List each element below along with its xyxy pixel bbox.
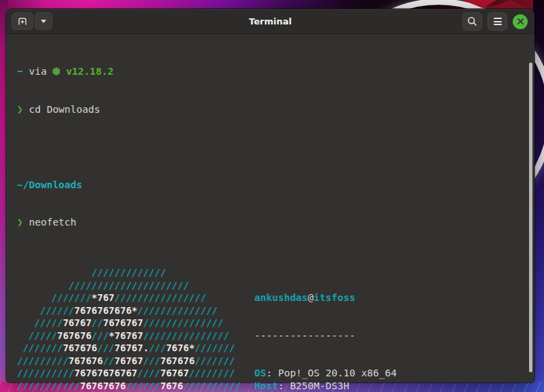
via-word: via xyxy=(29,66,46,77)
desktop: { "window": { "title": "Terminal", "left… xyxy=(0,0,544,392)
terminal-window: Terminal ~ via v12.18.2 ❯ cd Downloads xyxy=(6,9,534,382)
titlebar[interactable]: Terminal xyxy=(6,9,534,34)
search-icon xyxy=(467,16,477,26)
menu-icon xyxy=(494,18,502,25)
neofetch-ascii-art: ///////////// ///////////////////// ////… xyxy=(17,266,254,392)
blank-line xyxy=(17,141,525,154)
close-button[interactable] xyxy=(513,14,528,29)
nodejs-hexagon-icon xyxy=(52,67,60,75)
close-icon xyxy=(517,18,524,25)
tab-list-dropdown-button[interactable] xyxy=(35,12,52,30)
at-symbol: @ xyxy=(308,292,314,303)
terminal-content[interactable]: ~ via v12.18.2 ❯ cd Downloads ~/Download… xyxy=(6,34,534,377)
prompt-chevron: ❯ xyxy=(17,217,23,228)
neofetch-user: ankushdas xyxy=(254,292,308,303)
neofetch-info-column: ankushdas@itsfoss ----------------- OS: … xyxy=(254,266,525,392)
ascii-art-line: ///////767676///76767.///7676*/////// xyxy=(17,342,254,355)
prompt-status-line: ~ via v12.18.2 xyxy=(17,65,525,78)
search-button[interactable] xyxy=(462,12,482,31)
command-line: ❯ neofetch xyxy=(17,216,525,229)
ascii-art-line: /////76767//7676767////////////// xyxy=(17,317,254,329)
command-line: ❯ cd Downloads xyxy=(17,103,525,116)
ascii-art-line: ///////////////////// xyxy=(17,279,254,292)
neofetch-output: ///////////// ///////////////////// ////… xyxy=(17,266,525,392)
ascii-art-line: ///////////76767676//////7676////////// xyxy=(17,380,254,392)
command-text: cd Downloads xyxy=(29,104,100,115)
neofetch-user-host: ankushdas@itsfoss xyxy=(254,291,525,304)
ascii-art-line: ///////*767//////////////// xyxy=(17,291,254,304)
home-symbol: ~ xyxy=(17,66,23,77)
command-text: neofetch xyxy=(29,217,76,228)
cwd-line: ~/Downloads xyxy=(17,179,525,192)
new-tab-button[interactable] xyxy=(12,12,33,30)
ascii-art-line: //////7676767676*////////////// xyxy=(17,304,254,317)
ascii-art-line: //////////76767676767////76767//////// xyxy=(17,367,254,380)
new-tab-icon xyxy=(17,16,28,26)
neofetch-info-row: OS: Pop!_OS 20.10 x86_64 xyxy=(254,367,525,380)
current-directory: ~/Downloads xyxy=(17,179,82,190)
ascii-art-line: /////767676///*76767/////////////// xyxy=(17,329,254,342)
window-title: Terminal xyxy=(6,9,534,33)
ascii-art-line: /////////767676//76767///767676/////// xyxy=(17,355,254,368)
chevron-down-icon xyxy=(41,20,46,23)
menu-button[interactable] xyxy=(488,12,507,31)
node-version: v12.18.2 xyxy=(66,66,114,77)
neofetch-info-list: OS: Pop!_OS 20.10 x86_64Host: B250M-DS3H… xyxy=(254,367,525,392)
neofetch-separator: ----------------- xyxy=(254,329,525,342)
neofetch-host: itsfoss xyxy=(313,292,355,303)
neofetch-info-row: Host: B250M-DS3H xyxy=(254,380,525,392)
ascii-art-line: ///////////// xyxy=(17,266,254,279)
prompt-chevron: ❯ xyxy=(17,104,23,115)
scrollbar-thumb[interactable] xyxy=(529,63,532,372)
